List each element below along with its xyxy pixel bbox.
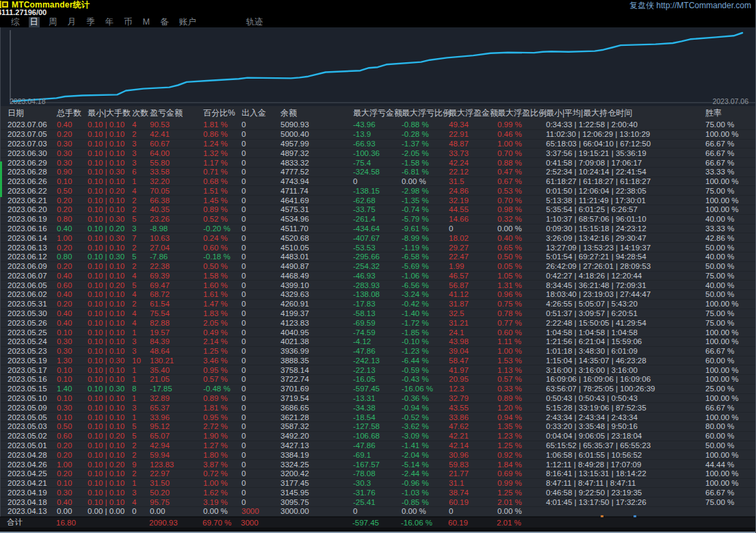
table-row[interactable]: 2023.04.280.200.10 | 0.10259.941.80 %033…	[1, 450, 755, 460]
cell: 0.10 | 0.10	[88, 347, 132, 355]
table-row[interactable]: 2023.06.130.200.10 | 0.10227.040.60 %045…	[1, 243, 755, 252]
cell: 0.00 %	[497, 507, 546, 515]
menu-item-账户[interactable]: 账户	[177, 17, 197, 27]
cell: 2.01 %	[497, 498, 546, 506]
cell: 0.95 %	[203, 366, 242, 374]
menu-item-月[interactable]: 月	[66, 17, 78, 27]
table-row[interactable]: 2023.06.120.800.10 | 0.305-7.86-0.18 %04…	[1, 252, 755, 262]
cell: 2023.06.14	[8, 234, 57, 242]
cell: 33.33 %	[693, 168, 755, 176]
cell: 2023.05.23	[8, 347, 57, 355]
table-row[interactable]: 2023.06.141.000.10 | 0.30710.630.24 %045…	[1, 233, 755, 243]
cell: -3.09 %	[402, 432, 449, 440]
cell: -5.79 %	[402, 215, 449, 223]
table-row[interactable]: 2023.05.090.300.10 | 0.10365.371.81 %036…	[1, 403, 755, 413]
table-row[interactable]: 2023.06.220.500.10 | 0.20470.051.51 %047…	[1, 186, 755, 196]
cell: 0.20	[57, 196, 88, 205]
table-row[interactable]: 2023.05.230.300.10 | 0.10348.641.25 %039…	[1, 347, 755, 356]
table-row[interactable]: 2023.05.240.300.10 | 0.10384.392.14 %040…	[1, 337, 755, 347]
table-row[interactable]: 2023.05.020.600.10 | 0.20565.071.90 %034…	[1, 432, 755, 441]
table-row[interactable]: 2023.07.060.400.10 | 0.10490.531.81 %050…	[1, 120, 755, 130]
cell: 0.88 %	[497, 159, 546, 167]
cell: 123.83	[150, 460, 203, 469]
table-row[interactable]: 2023.05.030.500.10 | 0.10595.122.72 %035…	[1, 422, 755, 432]
cell: 59.94	[150, 451, 203, 459]
cell: 75.00 %	[693, 272, 755, 280]
table-row[interactable]: 2023.05.250.100.10 | 0.10119.570.49 %040…	[1, 328, 755, 337]
table-row[interactable]: 2023.06.260.100.10 | 0.10132.200.68 %047…	[1, 177, 755, 187]
cell: 2023.05.03	[8, 422, 57, 430]
brand-link[interactable]: 复盘侠 http://MTCommander.com	[629, 1, 751, 10]
cell: 4520.68	[281, 234, 353, 242]
menu-item-M[interactable]: M	[142, 17, 151, 27]
cell: 75.00 %	[693, 319, 755, 327]
cell: 100.00 %	[693, 130, 755, 138]
cell: -138.08	[353, 290, 402, 298]
cell: 0.68 %	[203, 177, 242, 185]
cell: 0.20	[57, 300, 88, 308]
menu-item-年[interactable]: 年	[104, 17, 116, 27]
menu-item-季[interactable]: 季	[85, 17, 96, 27]
table-row[interactable]: 2023.06.160.400.10 | 0.203-8.98-0.20 %04…	[1, 224, 755, 234]
table-row[interactable]: 2023.04.261.000.10 | 0.209123.833.87 %03…	[1, 460, 755, 469]
menu-item-综[interactable]: 综	[10, 17, 21, 27]
cell: 2	[132, 196, 150, 205]
cell: 50.00 %	[693, 262, 755, 270]
cell: 0.53 %	[497, 187, 546, 195]
table-row[interactable]: 2023.06.190.800.10 | 0.30523.260.52 %045…	[1, 215, 755, 224]
cell: -0.36 %	[402, 394, 449, 402]
cell: 2:43:34 | 2:43:34 | 2:43:34	[546, 413, 693, 421]
menu-item-周[interactable]: 周	[47, 17, 59, 27]
table-row[interactable]: 2023.04.250.200.10 | 0.10222.970.72 %032…	[1, 469, 755, 479]
menu-item-备[interactable]: 备	[159, 17, 170, 27]
table-row[interactable]: 2023.06.300.300.10 | 0.10364.001.32 %048…	[1, 148, 755, 158]
cell: 100.00 %	[693, 337, 755, 346]
table-row[interactable]: 2023.05.151.400.10 | 0.308-17.85-0.48 %0…	[1, 385, 755, 394]
table-row[interactable]: 2023.05.310.200.10 | 0.10261.541.47 %042…	[1, 300, 755, 309]
table-row[interactable]: 2023.05.050.100.10 | 0.10133.960.95 %036…	[1, 413, 755, 422]
table-row[interactable]: 2023.04.190.300.10 | 0.10350.201.62 %031…	[1, 488, 755, 497]
menu-item-币[interactable]: 币	[122, 17, 134, 27]
cell: 0.69 %	[497, 469, 546, 478]
table-row[interactable]: 2023.05.010.200.10 | 0.10242.941.27 %034…	[1, 441, 755, 451]
cell: 0.00 %	[402, 507, 449, 515]
table-row[interactable]: 2023.07.030.300.10 | 0.10360.671.24 %049…	[1, 140, 755, 149]
cell: 0.10 | 0.10	[88, 205, 132, 213]
table-row[interactable]: 2023.06.290.300.10 | 0.10355.801.17 %048…	[1, 158, 755, 168]
table-row[interactable]: 2023.05.100.100.10 | 0.10132.890.89 %037…	[1, 394, 755, 404]
table-row[interactable]: 2023.04.180.400.10 | 0.10495.753.19 %030…	[1, 497, 755, 507]
cell: 0	[242, 290, 281, 298]
table-row[interactable]: 2023.05.160.100.10 | 0.10121.050.57 %037…	[1, 375, 755, 385]
table-row[interactable]: 2023.05.260.400.10 | 0.10482.882.05 %041…	[1, 318, 755, 328]
table-row[interactable]: 2023.05.300.400.10 | 0.10475.541.83 %041…	[1, 309, 755, 319]
cell: 0.20	[57, 262, 88, 270]
table-row[interactable]: 2023.04.210.100.10 | 0.10131.501.00 %031…	[1, 479, 755, 489]
stats-table-body: 2023.07.060.400.10 | 0.10490.531.81 %050…	[0, 120, 755, 517]
table-row[interactable]: 2023.06.070.400.10 | 0.10469.391.58 %044…	[1, 272, 755, 281]
cell: 100.00 %	[693, 413, 755, 421]
menu-item-日[interactable]: 日	[29, 17, 40, 27]
table-row[interactable]: 2023.06.090.200.10 | 0.10222.380.50 %044…	[1, 262, 755, 272]
table-row[interactable]: 2023.06.020.400.10 | 0.10468.721.61 %043…	[1, 290, 755, 300]
cell: 7	[132, 234, 150, 242]
cell: 2023.06.22	[8, 187, 57, 195]
table-row[interactable]: 2023.06.200.200.10 | 0.10240.350.89 %045…	[1, 205, 755, 215]
table-row[interactable]: 2023.05.191.300.10 | 0.3010130.213.46 %0…	[1, 356, 755, 366]
cell: 5	[132, 281, 150, 289]
cell: 41.97	[449, 366, 497, 374]
table-row[interactable]: 2023.06.280.900.10 | 0.30633.580.71 %047…	[1, 168, 755, 177]
cell: 0.10 | 0.20	[88, 281, 132, 289]
table-row[interactable]: 2023.06.210.200.10 | 0.10266.381.45 %046…	[1, 196, 755, 205]
cell: 0	[242, 385, 281, 393]
table-row[interactable]: 2023.07.050.200.10 | 0.10242.410.86 %050…	[1, 130, 755, 140]
table-row[interactable]: 2023.05.170.100.10 | 0.10135.400.95 %037…	[1, 365, 755, 375]
table-row[interactable]: 2023.04.130.000.00 | 0.0000.000.00 %3000…	[1, 507, 755, 517]
cell: 0.40 %	[497, 234, 546, 242]
cell: 0.99 %	[497, 479, 546, 487]
cell: 4833.32	[281, 159, 353, 167]
menu-item-轨迹[interactable]: 轨迹	[244, 17, 264, 27]
cell: 0	[242, 224, 281, 233]
table-row[interactable]: 2023.06.050.600.10 | 0.20569.471.60 %043…	[1, 281, 755, 290]
cell: 50.00 %	[693, 441, 755, 450]
cell: 3722.74	[281, 375, 353, 383]
